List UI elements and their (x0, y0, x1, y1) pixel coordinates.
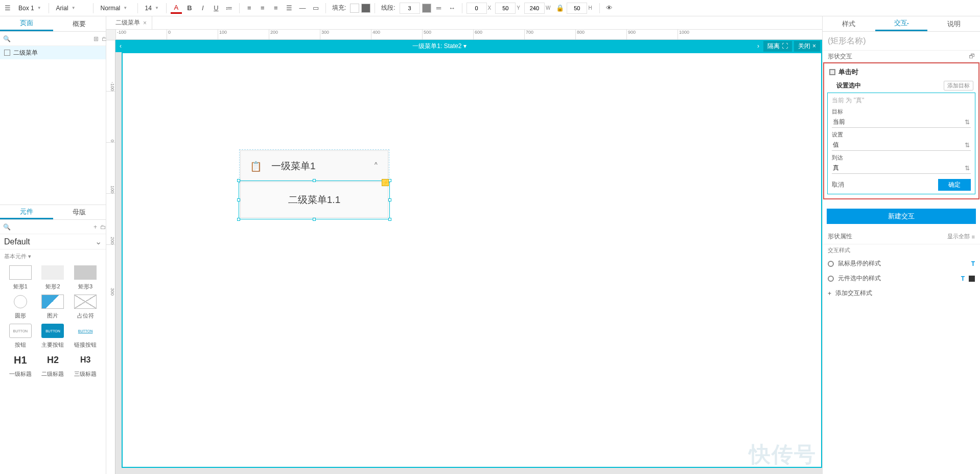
widget-link-button[interactable]: BUTTON链接按钮 (69, 324, 102, 349)
shape-interactions-header: 形状交互 🗗 (823, 50, 980, 62)
tab-outline[interactable]: 概要 (53, 16, 106, 31)
label-target: 目标 (832, 108, 971, 116)
isolate-button[interactable]: 隔离⛶ (763, 41, 792, 52)
line-label: 线段: (379, 4, 397, 12)
lib-icon[interactable]: 🗀 (100, 223, 106, 231)
page-tab[interactable]: 二级菜单× (110, 16, 152, 30)
h-input[interactable] (567, 3, 587, 14)
underline-icon[interactable]: U (211, 3, 222, 14)
tab-masters[interactable]: 母版 (53, 205, 106, 219)
event-onclick[interactable]: 单击时 (824, 65, 978, 79)
hover-style-row[interactable]: 鼠标悬停的样式 T (823, 256, 980, 271)
canvas[interactable]: 📋 一级菜单1 ˄ 二级菜单1.1 (115, 52, 822, 474)
tab-widgets[interactable]: 元件 (0, 205, 53, 219)
widget-circle[interactable]: 圆形 (4, 295, 37, 320)
widget-h2[interactable]: H2二级标题 (37, 353, 69, 378)
line-width-input[interactable] (400, 3, 420, 14)
font-style-dropdown[interactable]: Normal▼ (98, 3, 133, 14)
x-input[interactable] (466, 3, 487, 14)
line-height-icon[interactable]: — (297, 3, 308, 14)
add-ix-style-row[interactable]: + 添加交互样式 (823, 286, 980, 301)
show-all-link[interactable]: 显示全部 ≡ (947, 233, 975, 240)
tab-pages[interactable]: 页面 (0, 16, 53, 31)
bold-icon[interactable]: B (184, 3, 195, 14)
widget-placeholder[interactable]: 占位符 (69, 295, 102, 320)
widget-style-icon[interactable]: ☰ (2, 3, 13, 14)
padding-icon[interactable]: ▭ (310, 3, 321, 14)
widget-rect3[interactable]: 矩形3 (69, 265, 102, 290)
set-dropdown[interactable]: 值⇅ (832, 140, 971, 151)
widget-search-icon[interactable]: 🔍 (3, 223, 11, 231)
section-basic[interactable]: 基本元件 ▾ (0, 250, 106, 263)
action-config-panel: 当前 为 "真" 目标 当前⇅ 设置 值⇅ 到达 真⇅ 取消 确定 (827, 93, 975, 194)
bullet-list-icon[interactable]: ≔ (224, 3, 235, 14)
font-size-dropdown[interactable]: 14▼ (142, 3, 162, 14)
plus-icon: + (828, 290, 831, 297)
page-search-input[interactable] (14, 35, 90, 42)
menu-widget[interactable]: 📋 一级菜单1 ˄ 二级菜单1.1 (240, 150, 388, 218)
action-set-selected[interactable]: 设置选中 添加目标 (824, 79, 978, 93)
add-interaction-icon[interactable]: 🗗 (969, 53, 975, 60)
align-center-icon[interactable]: ≡ (257, 3, 268, 14)
italic-icon[interactable]: I (197, 3, 208, 14)
add-page-icon[interactable]: ⊞ (94, 35, 99, 42)
panel-state-title[interactable]: 一级菜单1: State2 ▾ (126, 42, 753, 51)
library-dropdown[interactable]: Default⌄ (0, 234, 106, 250)
widget-rect1[interactable]: 矩形1 (4, 265, 37, 290)
align-left-icon[interactable]: ≡ (244, 3, 255, 14)
new-interaction-button[interactable]: 新建交互 (827, 209, 976, 224)
menu-subitem-1-1[interactable]: 二级菜单1.1 ⚡ (240, 182, 388, 218)
text-color-icon[interactable]: A (171, 3, 182, 14)
radio-icon (828, 276, 834, 282)
add-target-button[interactable]: 添加目标 (944, 81, 973, 91)
valign-icon[interactable]: ☰ (284, 3, 295, 14)
ok-button[interactable]: 确定 (938, 179, 971, 191)
radio-icon (828, 261, 834, 267)
next-state-icon[interactable]: › (753, 42, 763, 50)
canvas-area: 二级菜单× -100010020030040050060070080090010… (106, 16, 822, 474)
widget-rect2[interactable]: 矩形2 (37, 265, 69, 290)
widget-name-field[interactable]: (矩形名称) (823, 32, 980, 50)
ruler-horizontal: -10001002003004005006007008009001000 (115, 30, 822, 40)
add-widget-icon[interactable]: + (94, 223, 97, 231)
shape-properties-header: 形状属性 显示全部 ≡ (823, 229, 980, 244)
widget-image[interactable]: 图片 (37, 295, 69, 320)
page-surface[interactable]: 📋 一级菜单1 ˄ 二级菜单1.1 (122, 52, 822, 468)
selected-style-row[interactable]: 元件选中的样式 T (823, 271, 980, 286)
widget-search-input[interactable] (14, 223, 90, 231)
lock-icon[interactable]: 🔒 (554, 3, 566, 14)
widget-h3[interactable]: H3三级标题 (69, 353, 102, 378)
target-dropdown[interactable]: 当前⇅ (832, 117, 971, 128)
ix-styles-header: 交互样式 (823, 244, 980, 256)
close-tab-icon[interactable]: × (143, 19, 147, 27)
line-color-swatch[interactable] (422, 4, 431, 13)
tree-item-submenu[interactable]: 二级菜单 (0, 46, 106, 59)
page-icon (4, 50, 10, 56)
font-dropdown[interactable]: Arial▼ (53, 3, 89, 14)
w-input[interactable] (524, 3, 545, 14)
fill-color-swatch[interactable] (350, 4, 359, 13)
action-hint: 当前 为 "真" (832, 96, 971, 105)
arrow-icon[interactable]: ↔ (447, 3, 458, 14)
close-panel-button[interactable]: 关闭× (794, 41, 820, 52)
cancel-button[interactable]: 取消 (832, 180, 844, 189)
ruler-vertical: -1000100200300 (106, 40, 115, 474)
widget-h1[interactable]: H1一级标题 (4, 353, 37, 378)
widget-button[interactable]: BUTTON按钮 (4, 324, 37, 349)
align-right-icon[interactable]: ≡ (270, 3, 282, 14)
tab-notes[interactable]: 说明 (927, 16, 980, 31)
line-style-icon[interactable]: ═ (433, 3, 445, 14)
search-icon[interactable]: 🔍 (3, 35, 11, 42)
fill-pattern-swatch[interactable] (361, 4, 370, 13)
tab-interactions[interactable]: 交互 • (875, 16, 928, 31)
widget-primary-button[interactable]: BUTTON主要按钮 (37, 324, 69, 349)
tab-style[interactable]: 样式 (823, 16, 875, 31)
fill-label: 填充: (330, 4, 348, 12)
visibility-icon[interactable]: 👁 (604, 3, 615, 14)
y-input[interactable] (495, 3, 516, 14)
prev-state-icon[interactable]: ‹ (115, 42, 126, 50)
text-flag-icon: T (961, 275, 965, 282)
interaction-badge-icon: ⚡ (382, 179, 389, 186)
to-dropdown[interactable]: 真⇅ (832, 163, 971, 174)
widget-name-dropdown[interactable]: Box 1▼ (15, 3, 44, 14)
